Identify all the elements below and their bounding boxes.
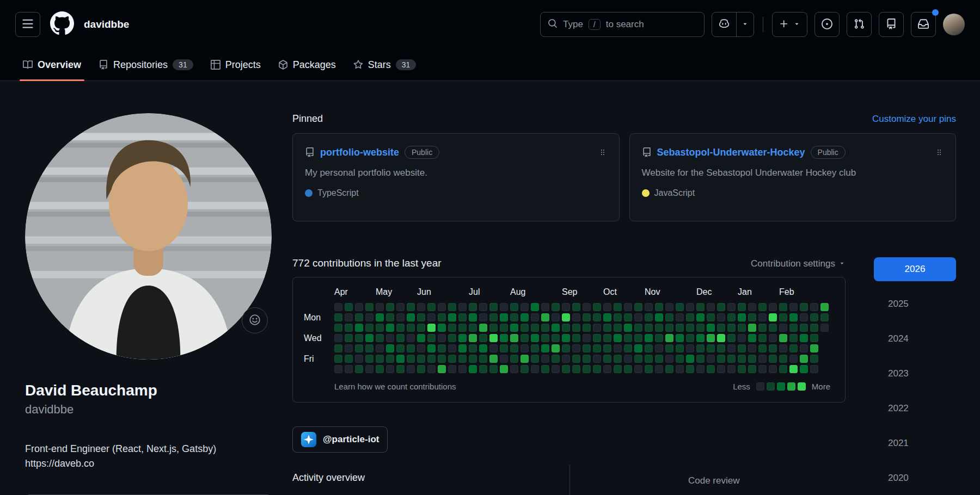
contribution-cell[interactable] bbox=[614, 313, 622, 321]
contribution-cell[interactable] bbox=[520, 334, 529, 342]
contribution-cell[interactable] bbox=[407, 313, 415, 321]
contribution-cell[interactable] bbox=[624, 355, 632, 363]
contribution-cell[interactable] bbox=[458, 324, 467, 332]
contribution-cell[interactable] bbox=[603, 334, 611, 342]
set-status-button[interactable] bbox=[242, 307, 268, 333]
issues-button[interactable] bbox=[814, 12, 840, 37]
contribution-cell[interactable] bbox=[541, 324, 549, 332]
contribution-cell[interactable] bbox=[386, 344, 394, 352]
contribution-cell[interactable] bbox=[583, 303, 591, 311]
contribution-cell[interactable] bbox=[552, 365, 560, 373]
contribution-cell[interactable] bbox=[779, 334, 787, 342]
contribution-cell[interactable] bbox=[645, 303, 653, 311]
contribution-cell[interactable] bbox=[583, 334, 591, 342]
contribution-cell[interactable] bbox=[665, 313, 673, 321]
contribution-cell[interactable] bbox=[355, 303, 363, 311]
contribution-cell[interactable] bbox=[458, 365, 467, 373]
contribution-cell[interactable] bbox=[365, 365, 373, 373]
contribution-cell[interactable] bbox=[438, 313, 446, 321]
contribution-cell[interactable] bbox=[676, 303, 684, 311]
contribution-cell[interactable] bbox=[676, 334, 684, 342]
contribution-cell[interactable] bbox=[448, 344, 456, 352]
pull-requests-button[interactable] bbox=[847, 12, 872, 37]
contribution-cell[interactable] bbox=[365, 324, 373, 332]
contribution-cell[interactable] bbox=[386, 365, 394, 373]
contribution-cell[interactable] bbox=[562, 355, 570, 363]
contribution-cell[interactable] bbox=[417, 303, 425, 311]
contribution-cell[interactable] bbox=[469, 324, 477, 332]
contribution-cell[interactable] bbox=[800, 313, 808, 321]
contribution-cell[interactable] bbox=[583, 344, 591, 352]
contribution-cell[interactable] bbox=[820, 313, 829, 321]
contribution-cell[interactable] bbox=[614, 344, 622, 352]
contribution-cell[interactable] bbox=[396, 344, 405, 352]
contribution-cell[interactable] bbox=[407, 355, 415, 363]
contribution-cell[interactable] bbox=[696, 344, 705, 352]
contribution-cell[interactable] bbox=[634, 344, 642, 352]
contribution-cell[interactable] bbox=[407, 334, 415, 342]
contribution-cell[interactable] bbox=[458, 355, 467, 363]
contribution-cell[interactable] bbox=[645, 313, 653, 321]
contribution-cell[interactable] bbox=[479, 344, 487, 352]
contribution-cell[interactable] bbox=[676, 355, 684, 363]
contribution-cell[interactable] bbox=[541, 355, 549, 363]
github-logo[interactable] bbox=[50, 11, 74, 38]
contribution-cell[interactable] bbox=[417, 324, 425, 332]
contribution-cell[interactable] bbox=[355, 365, 363, 373]
contribution-cell[interactable] bbox=[624, 303, 632, 311]
contribution-cell[interactable] bbox=[396, 303, 405, 311]
tab-overview[interactable]: Overview bbox=[14, 49, 90, 81]
contribution-cell[interactable] bbox=[489, 365, 498, 373]
contribution-cell[interactable] bbox=[758, 303, 767, 311]
contribution-cell[interactable] bbox=[365, 344, 373, 352]
contribution-cell[interactable] bbox=[665, 324, 673, 332]
contribution-cell[interactable] bbox=[489, 313, 498, 321]
contribution-cell[interactable] bbox=[645, 365, 653, 373]
contribution-cell[interactable] bbox=[407, 303, 415, 311]
contribution-cell[interactable] bbox=[634, 303, 642, 311]
contribution-cell[interactable] bbox=[520, 355, 529, 363]
contribution-cell[interactable] bbox=[593, 365, 601, 373]
contribution-settings-dropdown[interactable]: Contribution settings bbox=[751, 258, 846, 269]
contribution-cell[interactable] bbox=[520, 344, 529, 352]
contribution-cell[interactable] bbox=[665, 355, 673, 363]
contribution-cell[interactable] bbox=[552, 303, 560, 311]
contribution-cell[interactable] bbox=[717, 365, 725, 373]
contribution-cell[interactable] bbox=[489, 303, 498, 311]
contribution-cell[interactable] bbox=[624, 324, 632, 332]
contribution-cell[interactable] bbox=[572, 324, 580, 332]
contribution-cell[interactable] bbox=[417, 355, 425, 363]
contribution-cell[interactable] bbox=[686, 344, 694, 352]
year-item-2021[interactable]: 2021 bbox=[874, 431, 956, 455]
contribution-cell[interactable] bbox=[427, 344, 436, 352]
contribution-cell[interactable] bbox=[562, 303, 570, 311]
contribution-cell[interactable] bbox=[438, 344, 446, 352]
contribution-cell[interactable] bbox=[614, 334, 622, 342]
contribution-cell[interactable] bbox=[396, 334, 405, 342]
contribution-cell[interactable] bbox=[489, 334, 498, 342]
contribution-cell[interactable] bbox=[686, 334, 694, 342]
contribution-cell[interactable] bbox=[407, 365, 415, 373]
contribution-cell[interactable] bbox=[407, 344, 415, 352]
contribution-cell[interactable] bbox=[500, 355, 508, 363]
year-item-2025[interactable]: 2025 bbox=[874, 292, 956, 316]
contribution-cell[interactable] bbox=[707, 324, 715, 332]
year-item-2024[interactable]: 2024 bbox=[874, 327, 956, 351]
contribution-cell[interactable] bbox=[717, 334, 725, 342]
pinned-repo-link[interactable]: portfolio-website bbox=[320, 147, 399, 158]
contribution-cell[interactable] bbox=[717, 324, 725, 332]
contribution-cell[interactable] bbox=[707, 365, 715, 373]
contribution-cell[interactable] bbox=[645, 334, 653, 342]
contribution-cell[interactable] bbox=[458, 344, 467, 352]
contribution-cell[interactable] bbox=[738, 365, 746, 373]
contribution-cell[interactable] bbox=[355, 324, 363, 332]
contribution-cell[interactable] bbox=[696, 365, 705, 373]
inbox-button[interactable] bbox=[911, 12, 936, 37]
contribution-cell[interactable] bbox=[748, 365, 756, 373]
contribution-cell[interactable] bbox=[355, 334, 363, 342]
contribution-cell[interactable] bbox=[541, 344, 549, 352]
pinned-repo-link[interactable]: Sebastopol-Underwater-Hockey bbox=[657, 147, 805, 158]
contribution-cell[interactable] bbox=[531, 334, 539, 342]
contribution-cell[interactable] bbox=[531, 303, 539, 311]
contribution-cell[interactable] bbox=[345, 334, 353, 342]
